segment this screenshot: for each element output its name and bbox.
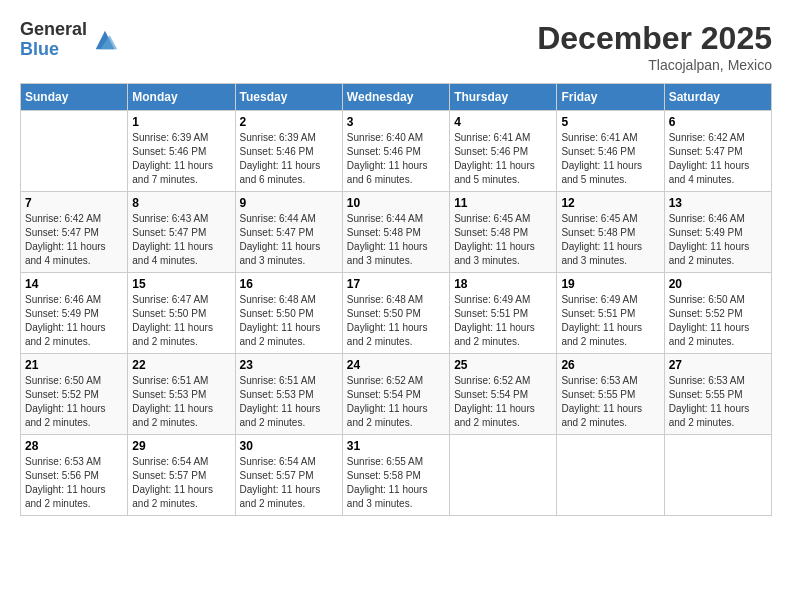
calendar-cell: 12Sunrise: 6:45 AM Sunset: 5:48 PM Dayli… [557,192,664,273]
calendar-cell: 21Sunrise: 6:50 AM Sunset: 5:52 PM Dayli… [21,354,128,435]
day-info: Sunrise: 6:52 AM Sunset: 5:54 PM Dayligh… [454,374,552,430]
day-number: 18 [454,277,552,291]
day-number: 16 [240,277,338,291]
day-number: 4 [454,115,552,129]
header-thursday: Thursday [450,84,557,111]
calendar-cell: 8Sunrise: 6:43 AM Sunset: 5:47 PM Daylig… [128,192,235,273]
day-number: 9 [240,196,338,210]
calendar-cell: 6Sunrise: 6:42 AM Sunset: 5:47 PM Daylig… [664,111,771,192]
calendar-cell: 23Sunrise: 6:51 AM Sunset: 5:53 PM Dayli… [235,354,342,435]
day-info: Sunrise: 6:49 AM Sunset: 5:51 PM Dayligh… [454,293,552,349]
day-info: Sunrise: 6:51 AM Sunset: 5:53 PM Dayligh… [240,374,338,430]
header-wednesday: Wednesday [342,84,449,111]
day-number: 25 [454,358,552,372]
day-info: Sunrise: 6:49 AM Sunset: 5:51 PM Dayligh… [561,293,659,349]
calendar-cell: 22Sunrise: 6:51 AM Sunset: 5:53 PM Dayli… [128,354,235,435]
calendar-cell [21,111,128,192]
calendar-cell: 2Sunrise: 6:39 AM Sunset: 5:46 PM Daylig… [235,111,342,192]
day-number: 27 [669,358,767,372]
logo-blue: Blue [20,40,87,60]
page-header: General Blue December 2025 Tlacojalpan, … [20,20,772,73]
header-saturday: Saturday [664,84,771,111]
day-info: Sunrise: 6:45 AM Sunset: 5:48 PM Dayligh… [561,212,659,268]
day-info: Sunrise: 6:54 AM Sunset: 5:57 PM Dayligh… [240,455,338,511]
day-number: 6 [669,115,767,129]
calendar-cell [450,435,557,516]
day-number: 10 [347,196,445,210]
calendar-header: SundayMondayTuesdayWednesdayThursdayFrid… [21,84,772,111]
header-sunday: Sunday [21,84,128,111]
day-number: 14 [25,277,123,291]
day-number: 26 [561,358,659,372]
calendar-cell: 25Sunrise: 6:52 AM Sunset: 5:54 PM Dayli… [450,354,557,435]
logo-icon [91,26,119,54]
day-number: 22 [132,358,230,372]
day-info: Sunrise: 6:41 AM Sunset: 5:46 PM Dayligh… [561,131,659,187]
calendar-week-0: 1Sunrise: 6:39 AM Sunset: 5:46 PM Daylig… [21,111,772,192]
calendar-week-2: 14Sunrise: 6:46 AM Sunset: 5:49 PM Dayli… [21,273,772,354]
day-info: Sunrise: 6:52 AM Sunset: 5:54 PM Dayligh… [347,374,445,430]
day-info: Sunrise: 6:44 AM Sunset: 5:47 PM Dayligh… [240,212,338,268]
day-number: 2 [240,115,338,129]
month-title: December 2025 [537,20,772,57]
calendar-cell: 14Sunrise: 6:46 AM Sunset: 5:49 PM Dayli… [21,273,128,354]
calendar-cell: 30Sunrise: 6:54 AM Sunset: 5:57 PM Dayli… [235,435,342,516]
day-info: Sunrise: 6:46 AM Sunset: 5:49 PM Dayligh… [25,293,123,349]
calendar-cell: 17Sunrise: 6:48 AM Sunset: 5:50 PM Dayli… [342,273,449,354]
calendar-cell: 28Sunrise: 6:53 AM Sunset: 5:56 PM Dayli… [21,435,128,516]
calendar-cell: 11Sunrise: 6:45 AM Sunset: 5:48 PM Dayli… [450,192,557,273]
day-number: 1 [132,115,230,129]
calendar-cell: 20Sunrise: 6:50 AM Sunset: 5:52 PM Dayli… [664,273,771,354]
calendar-cell: 4Sunrise: 6:41 AM Sunset: 5:46 PM Daylig… [450,111,557,192]
calendar-cell: 16Sunrise: 6:48 AM Sunset: 5:50 PM Dayli… [235,273,342,354]
calendar-week-4: 28Sunrise: 6:53 AM Sunset: 5:56 PM Dayli… [21,435,772,516]
day-info: Sunrise: 6:53 AM Sunset: 5:55 PM Dayligh… [561,374,659,430]
header-tuesday: Tuesday [235,84,342,111]
day-number: 28 [25,439,123,453]
calendar-cell: 9Sunrise: 6:44 AM Sunset: 5:47 PM Daylig… [235,192,342,273]
day-number: 24 [347,358,445,372]
day-number: 7 [25,196,123,210]
calendar-cell: 7Sunrise: 6:42 AM Sunset: 5:47 PM Daylig… [21,192,128,273]
day-number: 20 [669,277,767,291]
day-number: 8 [132,196,230,210]
header-row: SundayMondayTuesdayWednesdayThursdayFrid… [21,84,772,111]
day-info: Sunrise: 6:51 AM Sunset: 5:53 PM Dayligh… [132,374,230,430]
day-number: 13 [669,196,767,210]
calendar-cell: 26Sunrise: 6:53 AM Sunset: 5:55 PM Dayli… [557,354,664,435]
day-number: 5 [561,115,659,129]
day-number: 19 [561,277,659,291]
calendar-week-1: 7Sunrise: 6:42 AM Sunset: 5:47 PM Daylig… [21,192,772,273]
day-number: 31 [347,439,445,453]
title-block: December 2025 Tlacojalpan, Mexico [537,20,772,73]
day-number: 15 [132,277,230,291]
calendar-table: SundayMondayTuesdayWednesdayThursdayFrid… [20,83,772,516]
day-info: Sunrise: 6:53 AM Sunset: 5:55 PM Dayligh… [669,374,767,430]
calendar-cell: 18Sunrise: 6:49 AM Sunset: 5:51 PM Dayli… [450,273,557,354]
calendar-cell: 13Sunrise: 6:46 AM Sunset: 5:49 PM Dayli… [664,192,771,273]
location: Tlacojalpan, Mexico [537,57,772,73]
day-number: 17 [347,277,445,291]
header-friday: Friday [557,84,664,111]
day-info: Sunrise: 6:46 AM Sunset: 5:49 PM Dayligh… [669,212,767,268]
day-info: Sunrise: 6:41 AM Sunset: 5:46 PM Dayligh… [454,131,552,187]
day-info: Sunrise: 6:48 AM Sunset: 5:50 PM Dayligh… [240,293,338,349]
day-info: Sunrise: 6:43 AM Sunset: 5:47 PM Dayligh… [132,212,230,268]
day-info: Sunrise: 6:45 AM Sunset: 5:48 PM Dayligh… [454,212,552,268]
calendar-week-3: 21Sunrise: 6:50 AM Sunset: 5:52 PM Dayli… [21,354,772,435]
day-info: Sunrise: 6:50 AM Sunset: 5:52 PM Dayligh… [25,374,123,430]
day-info: Sunrise: 6:47 AM Sunset: 5:50 PM Dayligh… [132,293,230,349]
calendar-cell [664,435,771,516]
day-info: Sunrise: 6:55 AM Sunset: 5:58 PM Dayligh… [347,455,445,511]
day-number: 12 [561,196,659,210]
day-info: Sunrise: 6:48 AM Sunset: 5:50 PM Dayligh… [347,293,445,349]
day-info: Sunrise: 6:42 AM Sunset: 5:47 PM Dayligh… [669,131,767,187]
day-info: Sunrise: 6:54 AM Sunset: 5:57 PM Dayligh… [132,455,230,511]
day-info: Sunrise: 6:42 AM Sunset: 5:47 PM Dayligh… [25,212,123,268]
calendar-cell: 27Sunrise: 6:53 AM Sunset: 5:55 PM Dayli… [664,354,771,435]
calendar-cell: 15Sunrise: 6:47 AM Sunset: 5:50 PM Dayli… [128,273,235,354]
logo: General Blue [20,20,119,60]
day-info: Sunrise: 6:44 AM Sunset: 5:48 PM Dayligh… [347,212,445,268]
day-info: Sunrise: 6:40 AM Sunset: 5:46 PM Dayligh… [347,131,445,187]
calendar-cell: 24Sunrise: 6:52 AM Sunset: 5:54 PM Dayli… [342,354,449,435]
